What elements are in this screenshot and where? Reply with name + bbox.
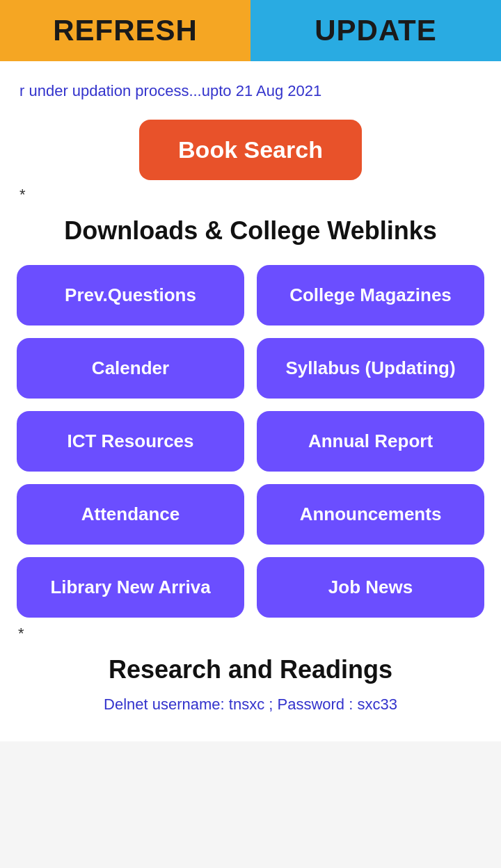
- annual-report-button[interactable]: Annual Report: [257, 411, 484, 472]
- update-notice: r under updation process...upto 21 Aug 2…: [17, 82, 484, 100]
- refresh-button[interactable]: REFRESH: [0, 0, 250, 61]
- announcements-button[interactable]: Announcements: [257, 484, 484, 545]
- main-content: r under updation process...upto 21 Aug 2…: [0, 61, 501, 741]
- downloads-section-title: Downloads & College Weblinks: [17, 216, 484, 246]
- delnet-credentials: Delnet username: tnsxc ; Password : sxc3…: [17, 696, 484, 714]
- attendance-button[interactable]: Attendance: [17, 484, 244, 545]
- downloads-grid: Prev.Questions College Magazines Calende…: [17, 265, 484, 618]
- college-magazines-button[interactable]: College Magazines: [257, 265, 484, 326]
- refresh-label: REFRESH: [53, 14, 198, 47]
- syllabus-button[interactable]: Syllabus (Updating): [257, 338, 484, 399]
- calender-button[interactable]: Calender: [17, 338, 244, 399]
- ict-resources-button[interactable]: ICT Resources: [17, 411, 244, 472]
- asterisk-2: *: [18, 625, 484, 643]
- asterisk-1: *: [17, 186, 484, 204]
- research-section-title: Research and Readings: [17, 655, 484, 684]
- library-new-arrivals-button[interactable]: Library New Arriva: [17, 557, 244, 618]
- update-button[interactable]: UPDATE: [250, 0, 501, 61]
- update-label: UPDATE: [315, 14, 437, 47]
- book-search-button[interactable]: Book Search: [139, 120, 362, 180]
- header: REFRESH UPDATE: [0, 0, 501, 61]
- job-news-button[interactable]: Job News: [257, 557, 484, 618]
- prev-questions-button[interactable]: Prev.Questions: [17, 265, 244, 326]
